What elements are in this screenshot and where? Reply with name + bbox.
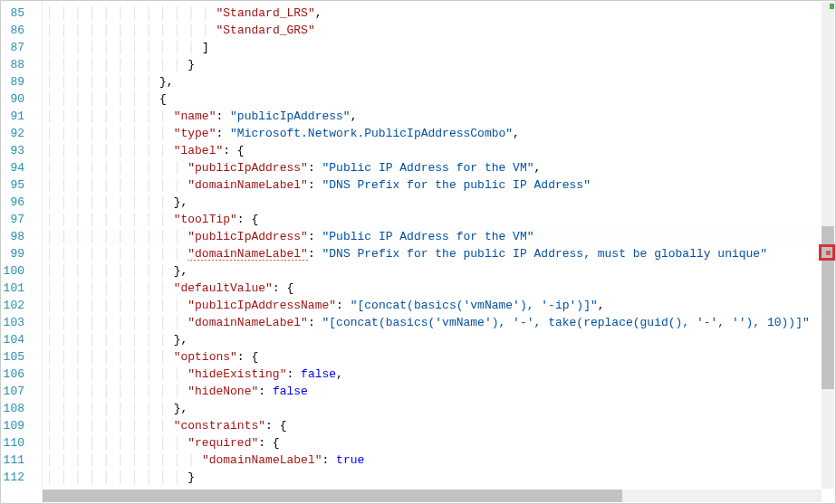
code-line[interactable]: │ │ │ │ │ │ │ │ │ "defaultValue": { [43, 280, 835, 297]
token: "Public IP Address for the VM" [322, 230, 533, 243]
overview-mark-highlight [819, 244, 835, 261]
line-number: 98 [1, 228, 24, 245]
line-number: 101 [1, 280, 24, 297]
token: "domainNameLabel" [187, 316, 308, 329]
token: "domainNameLabel" [202, 453, 322, 467]
token: "publicIpAddress" [187, 161, 308, 175]
token: , [315, 6, 322, 20]
token: : [216, 109, 230, 123]
token: , [351, 109, 358, 123]
code-line[interactable]: │ │ │ │ │ │ │ │ │ │ "domainNameLabel": "… [43, 245, 835, 262]
code-line[interactable]: │ │ │ │ │ │ │ │ │ │ "domainNameLabel": "… [43, 314, 835, 331]
horizontal-scrollbar[interactable] [43, 490, 822, 502]
token: "[concat(basics('vmName'), '-', take(rep… [322, 316, 809, 329]
token: } [187, 58, 195, 71]
code-line[interactable]: │ │ │ │ │ │ │ │ │ │ "hideExisting": fals… [43, 366, 835, 383]
line-number: 107 [1, 383, 24, 400]
line-number-gutter: 8586878889909192939495969798991001011021… [1, 1, 30, 503]
token: false [301, 367, 336, 381]
token: "type" [174, 127, 216, 140]
token: "publicIpAddress" [230, 109, 351, 123]
line-number: 112 [1, 469, 24, 486]
token: }, [174, 333, 188, 347]
token: : [308, 247, 322, 261]
token: }, [159, 75, 174, 89]
code-line[interactable]: │ │ │ │ │ │ │ │ │ "options": { [43, 348, 835, 366]
code-line[interactable]: │ │ │ │ │ │ │ │ │ }, [43, 262, 835, 280]
token: "defaultValue" [174, 281, 273, 295]
code-line[interactable]: │ │ │ │ │ │ │ │ │ "label": { [43, 142, 835, 159]
line-number: 110 [1, 434, 24, 452]
line-number: 97 [1, 211, 24, 228]
token: { [159, 92, 167, 106]
token: }, [174, 264, 188, 278]
code-line[interactable]: │ │ │ │ │ │ │ │ │ "toolTip": { [43, 211, 835, 228]
code-line[interactable]: │ │ │ │ │ │ │ │ │ │ "publicIpAddressName… [43, 297, 835, 314]
code-line[interactable]: │ │ │ │ │ │ │ │ │ }, [43, 194, 835, 211]
code-line[interactable]: │ │ │ │ │ │ │ │ │ │ "hideNone": false [43, 383, 835, 400]
line-number: 105 [1, 348, 24, 366]
fold-gutter [30, 1, 43, 503]
token: false [273, 385, 308, 398]
line-number: 94 [1, 159, 24, 176]
code-line[interactable]: │ │ │ │ │ │ │ │ │ │ } [43, 56, 835, 73]
code-line[interactable]: │ │ │ │ │ │ │ │ │ "type": "Microsoft.Net… [43, 125, 835, 142]
code-line[interactable]: │ │ │ │ │ │ │ │ │ "constraints": { [43, 417, 835, 434]
token: "constraints" [174, 419, 265, 433]
code-line[interactable]: │ │ │ │ │ │ │ │ │ │ "publicIpAddress": "… [43, 228, 835, 245]
code-line[interactable]: │ │ │ │ │ │ │ │ │ │ "publicIpAddress": "… [43, 159, 835, 176]
token: , [513, 127, 520, 140]
line-number: 100 [1, 262, 24, 280]
line-number: 106 [1, 366, 24, 383]
token: "Standard_LRS" [216, 6, 315, 20]
line-number: 108 [1, 400, 24, 417]
token: : { [223, 144, 244, 157]
code-line[interactable]: │ │ │ │ │ │ │ │ │ "name": "publicIpAddre… [43, 108, 835, 125]
code-line[interactable]: │ │ │ │ │ │ │ │ }, [43, 73, 835, 90]
token: : { [237, 350, 258, 364]
token: "options" [174, 350, 237, 364]
token: "Microsoft.Network.PublicIpAddressCombo" [230, 127, 513, 140]
token: "required" [187, 436, 258, 450]
code-line[interactable]: │ │ │ │ │ │ │ │ │ │ │ ] [43, 39, 835, 56]
line-number: 93 [1, 142, 24, 159]
code-line[interactable]: │ │ │ │ │ │ │ │ { [43, 90, 835, 108]
code-line[interactable]: │ │ │ │ │ │ │ │ │ │ } [43, 469, 835, 486]
token: ] [202, 41, 209, 54]
code-line[interactable]: │ │ │ │ │ │ │ │ │ │ "domainNameLabel": "… [43, 176, 835, 194]
token: "DNS Prefix for the public IP Address, m… [322, 247, 766, 261]
line-number: 86 [1, 22, 24, 39]
line-number: 87 [1, 39, 24, 56]
line-number: 95 [1, 176, 24, 194]
token: : [286, 367, 301, 381]
token: : { [237, 213, 258, 226]
token: "name" [174, 109, 216, 123]
vertical-scrollbar[interactable] [822, 2, 834, 489]
token: "DNS Prefix for the public IP Address" [322, 178, 590, 192]
code-line[interactable]: │ │ │ │ │ │ │ │ │ │ │ │ "Standard_GRS" [43, 22, 835, 39]
code-line[interactable]: │ │ │ │ │ │ │ │ │ │ │ │ "Standard_LRS", [43, 5, 835, 22]
code-line[interactable]: │ │ │ │ │ │ │ │ │ │ "required": { [43, 434, 835, 452]
horizontal-scroll-thumb[interactable] [43, 490, 622, 502]
token: , [534, 161, 542, 175]
code-line[interactable]: │ │ │ │ │ │ │ │ │ }, [43, 331, 835, 348]
token: , [598, 299, 605, 312]
token: "publicIpAddress" [187, 230, 308, 243]
token: "[concat(basics('vmName'), '-ip')]" [351, 299, 598, 312]
code-area[interactable]: │ │ │ │ │ │ │ │ │ │ │ │ "Standard_LRS",│… [43, 1, 835, 503]
token: "Public IP Address for the VM" [322, 161, 533, 175]
line-number: 90 [1, 90, 24, 108]
line-number: 103 [1, 314, 24, 331]
token: "hideNone" [187, 385, 258, 398]
token: : [258, 385, 273, 398]
code-line[interactable]: │ │ │ │ │ │ │ │ │ }, [43, 400, 835, 417]
code-editor[interactable]: 8586878889909192939495969798991001011021… [0, 0, 836, 504]
token: : [308, 161, 322, 175]
token: "publicIpAddressName" [187, 299, 336, 312]
code-line[interactable]: │ │ │ │ │ │ │ │ │ │ │ "domainNameLabel":… [43, 452, 835, 469]
token: true [336, 453, 364, 467]
token: }, [174, 402, 188, 415]
token: : { [258, 436, 279, 450]
token: : [336, 299, 351, 312]
token: : [308, 178, 322, 192]
